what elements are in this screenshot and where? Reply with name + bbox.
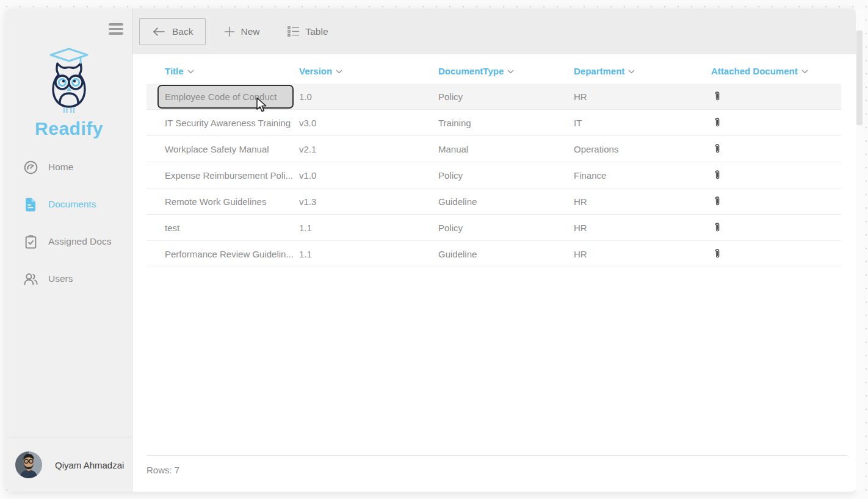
clipboard-check-icon (23, 234, 38, 250)
chevron-down-icon (628, 70, 635, 74)
table-body: Employee Code of Conduct 1.0 Policy HR I… (146, 84, 841, 267)
column-header-label: Attached Document (711, 66, 798, 76)
column-header-attached-document[interactable]: Attached Document (711, 66, 841, 76)
logo-text: Readify (6, 118, 132, 139)
chevron-down-icon (507, 70, 514, 74)
title-cell[interactable]: Workplace Safety Manual (157, 137, 277, 161)
column-header-label: DocumentType (438, 66, 504, 76)
department-cell: HR (574, 249, 711, 259)
sidebar-item-assigned-docs[interactable]: Assigned Docs (6, 229, 132, 254)
hamburger-menu-icon[interactable] (109, 23, 123, 37)
arrow-left-icon (152, 27, 165, 37)
attachment-cell[interactable] (711, 117, 841, 128)
department-cell: HR (574, 92, 711, 102)
title-cell[interactable]: Performance Review Guidelin... (157, 242, 299, 266)
paperclip-icon (714, 222, 720, 233)
table-footer: Rows: 7 (146, 455, 847, 484)
scrollbar-thumb[interactable] (856, 31, 863, 125)
attachment-cell[interactable] (711, 91, 841, 102)
document-type-cell: Policy (438, 92, 574, 102)
column-header-label: Title (165, 66, 184, 76)
main-area: Back New Table Titl (132, 9, 856, 492)
table-row[interactable]: test 1.1 Policy HR (146, 215, 841, 241)
column-header-title[interactable]: Title (146, 66, 299, 76)
document-type-cell: Manual (438, 144, 574, 154)
table-header-row: Title Version DocumentType Department At… (146, 58, 841, 84)
table-view-button[interactable]: Table (288, 26, 328, 37)
sidebar-item-home[interactable]: Home (6, 155, 132, 179)
paperclip-icon (714, 91, 720, 102)
sidebar-nav: Home Documents Assigned Docs (6, 155, 132, 291)
documents-table: Title Version DocumentType Department At… (132, 54, 856, 455)
table-row[interactable]: IT Security Awareness Training v3.0 Trai… (146, 110, 841, 136)
department-cell: Operations (574, 144, 711, 154)
attachment-cell[interactable] (711, 170, 841, 181)
attachment-cell[interactable] (711, 143, 841, 154)
table-row[interactable]: Performance Review Guidelin... 1.1 Guide… (146, 241, 841, 267)
user-name: Qiyam Ahmadzai (55, 460, 124, 470)
table-row[interactable]: Remote Work Guidelines v1.3 Guideline HR (146, 188, 841, 215)
table-button-label: Table (305, 26, 328, 37)
sidebar-item-label: Home (48, 162, 73, 173)
paperclip-icon (714, 248, 720, 259)
back-button[interactable]: Back (139, 18, 206, 45)
document-type-cell: Policy (438, 170, 574, 181)
column-header-document-type[interactable]: DocumentType (438, 66, 574, 76)
profile-divider (6, 437, 132, 437)
column-header-version[interactable]: Version (299, 66, 438, 76)
title-cell[interactable]: IT Security Awareness Training (157, 111, 298, 135)
column-header-department[interactable]: Department (574, 66, 711, 76)
attachment-cell[interactable] (711, 196, 841, 207)
department-cell: IT (574, 118, 711, 128)
paperclip-icon (714, 170, 720, 181)
users-icon (23, 271, 38, 287)
scrollbar[interactable] (856, 9, 863, 492)
plus-icon (224, 26, 235, 37)
document-type-cell: Policy (438, 223, 574, 233)
chevron-down-icon (187, 70, 194, 74)
new-button-label: New (241, 26, 259, 37)
app-window: Readify Home Documents (6, 9, 856, 492)
paperclip-icon (714, 117, 720, 128)
title-cell[interactable]: test (157, 216, 187, 240)
avatar (15, 451, 42, 478)
version-cell: 1.1 (299, 249, 438, 259)
document-type-cell: Guideline (438, 196, 574, 207)
app-logo: Readify (6, 46, 132, 139)
department-cell: Finance (574, 170, 711, 181)
user-profile[interactable]: Qiyam Ahmadzai (6, 438, 132, 492)
title-cell[interactable]: Remote Work Guidelines (157, 190, 273, 214)
toolbar: Back New Table (132, 9, 856, 54)
paperclip-icon (714, 196, 720, 207)
version-cell: v1.0 (299, 170, 438, 181)
version-cell: v1.3 (299, 196, 438, 207)
chevron-down-icon (801, 70, 808, 74)
owl-logo-icon (40, 46, 98, 115)
table-row[interactable]: Workplace Safety Manual v2.1 Manual Oper… (146, 136, 841, 162)
version-cell: v2.1 (299, 144, 438, 154)
sidebar: Readify Home Documents (6, 9, 132, 492)
document-icon (23, 197, 38, 212)
attachment-cell[interactable] (711, 222, 841, 233)
new-button[interactable]: New (224, 26, 259, 37)
attachment-cell[interactable] (711, 248, 841, 259)
column-header-label: Version (299, 66, 332, 76)
document-type-cell: Training (438, 118, 574, 128)
title-cell[interactable]: Expense Reimbursement Poli... (157, 163, 299, 187)
table-row[interactable]: Employee Code of Conduct 1.0 Policy HR (146, 84, 841, 110)
gauge-icon (23, 160, 38, 175)
rows-count: Rows: 7 (146, 465, 179, 475)
version-cell: 1.0 (299, 92, 438, 102)
chevron-down-icon (336, 70, 342, 74)
sidebar-item-documents[interactable]: Documents (6, 192, 132, 217)
table-row[interactable]: Expense Reimbursement Poli... v1.0 Polic… (146, 162, 841, 188)
sidebar-item-label: Users (48, 273, 73, 284)
sidebar-item-users[interactable]: Users (6, 267, 132, 291)
title-cell[interactable]: Employee Code of Conduct (157, 85, 294, 109)
department-cell: HR (574, 223, 711, 233)
version-cell: v3.0 (299, 118, 438, 128)
paperclip-icon (714, 143, 720, 154)
column-header-label: Department (574, 66, 624, 76)
version-cell: 1.1 (299, 223, 438, 233)
department-cell: HR (574, 196, 711, 207)
